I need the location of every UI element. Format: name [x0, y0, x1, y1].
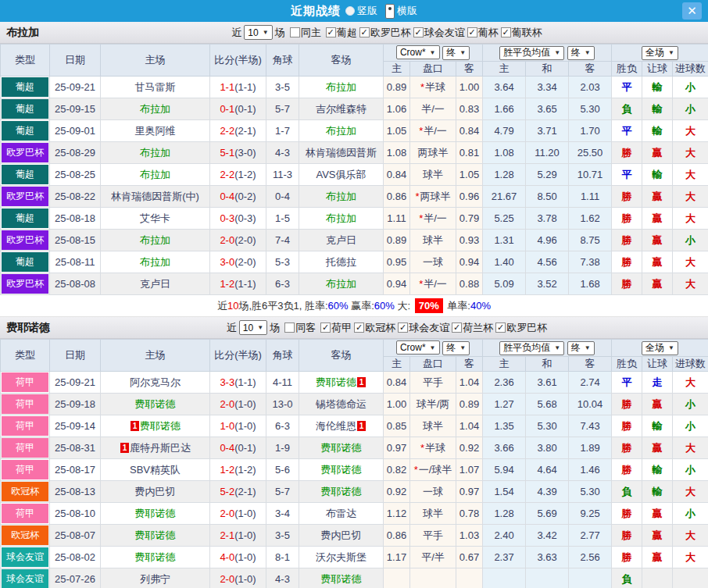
league-filter-checkbox[interactable]: ✓欧罗巴杯	[359, 26, 411, 40]
recent-count-select[interactable]: 10 ▼	[244, 25, 272, 40]
date-cell: 25-09-14	[50, 415, 101, 437]
match-row: 欧罗巴杯25-08-08克卢日1-2(1-1)6-3布拉加0.94*半/一0.8…	[1, 273, 708, 295]
avg-away-cell: 8.75	[569, 230, 612, 251]
odds-final-select[interactable]: 终▼	[442, 46, 470, 60]
league-filter-checkbox[interactable]: ✓欧冠杯	[354, 321, 395, 335]
same-venue-checkbox[interactable]: 同客	[284, 321, 316, 335]
avg-draw-cell: 8.50	[526, 186, 569, 208]
chevron-down-icon: ▼	[554, 344, 560, 351]
section-header-bar: 布拉加 近 10 ▼ 场 同主 ✓葡超✓欧罗巴杯✓球会友谊✓葡杯✓葡联杯	[0, 22, 708, 44]
odds-away-cell: 0.94	[456, 251, 483, 273]
mean-select[interactable]: 胜平负均值▼	[499, 46, 564, 60]
home-team-cell: 艾华卡	[101, 208, 210, 230]
bookmaker-select[interactable]: Crow*▼	[396, 340, 440, 355]
corner-cell: 6-3	[266, 415, 299, 437]
corner-cell: 3-5	[266, 77, 299, 98]
fulltime-score: 0-4	[220, 191, 234, 202]
recent-count-select[interactable]: 10 ▼	[239, 320, 267, 335]
radio-horizontal-layout[interactable]: 横版	[385, 4, 417, 19]
mean-group-header: 胜平负均值▼ 终▼	[483, 45, 612, 62]
league-filter-checkbox[interactable]: ✓欧罗巴杯	[495, 321, 547, 335]
league-cell: 欧冠杯	[1, 481, 50, 503]
corner-cell: 1-5	[266, 208, 299, 230]
handicap-result-cell	[642, 568, 673, 588]
outcome-cell: 勝	[612, 525, 642, 547]
recent-prefix-label: 近	[227, 321, 237, 335]
subcol-mean-away: 客	[569, 357, 612, 372]
home-team-cell: 克卢日	[101, 273, 210, 295]
home-team-cell: 1鹿特丹斯巴达	[101, 437, 210, 459]
match-row: 球会友谊25-07-26列弗宁2-0(1-0)4-3费耶诺德負	[1, 568, 708, 588]
odds-home-cell: 0.86	[384, 525, 410, 547]
avg-draw-cell: 4.56	[526, 251, 569, 273]
odds-away-cell: 1.03	[456, 525, 483, 547]
mean-final-select[interactable]: 终▼	[567, 46, 595, 60]
scope-select[interactable]: 全场▼	[642, 341, 678, 355]
score-cell: 2-2(1-2)	[210, 164, 266, 186]
subcol-handicap-result: 让球	[642, 62, 673, 77]
avg-draw-cell: 3.42	[526, 525, 569, 547]
same-venue-checkbox[interactable]: 同主	[290, 26, 321, 40]
league-filter-checkbox[interactable]: ✓荷兰杯	[452, 321, 493, 335]
home-team-cell: 费内巴切	[101, 481, 210, 503]
scope-select[interactable]: 全场▼	[642, 46, 678, 60]
team-name: 鹿特丹斯巴达	[130, 442, 191, 454]
league-cell: 葡超	[1, 98, 50, 120]
chevron-down-icon: ▼	[430, 344, 436, 351]
avg-draw-cell: 3.65	[526, 98, 569, 120]
date-cell: 25-08-18	[50, 208, 101, 230]
halftime-score: (1-0)	[234, 573, 256, 585]
outcome-cell: 勝	[612, 251, 642, 273]
avg-away-cell: 2.77	[569, 525, 612, 547]
handicap-cell: 半/一	[410, 98, 456, 120]
mean-final-select[interactable]: 终▼	[567, 341, 595, 355]
league-filter-checkbox[interactable]: ✓葡杯	[467, 26, 499, 40]
league-filter-label: 欧罗巴杯	[370, 26, 411, 40]
league-filter-checkbox[interactable]: ✓球会友谊	[413, 26, 465, 40]
date-cell: 25-07-26	[50, 568, 101, 588]
radio-vertical-layout[interactable]: 竖版	[345, 4, 377, 18]
red-card-badge: 1	[357, 421, 366, 431]
odds-home-cell: 0.94	[384, 273, 410, 295]
team-name: 林肯瑞德因普斯	[306, 147, 377, 159]
recent-prefix-label: 近	[231, 26, 241, 40]
odds-away-cell: 0.92	[456, 437, 483, 459]
avg-away-cell: 2.74	[569, 372, 612, 394]
odds-away-cell: 0.83	[456, 98, 483, 120]
league-filter-checkbox[interactable]: ✓葡超	[326, 26, 357, 40]
handicap-result-cell: 贏	[642, 142, 673, 164]
handicap-text: 平/半	[421, 551, 445, 563]
odds-home-cell: 1.11	[384, 208, 410, 230]
goals-result-cell: 大	[673, 251, 708, 273]
odds-final-select[interactable]: 终▼	[442, 341, 470, 355]
fulltime-score: 0-3	[220, 212, 234, 224]
checkbox-icon: ✓	[452, 323, 462, 333]
team-name: 托德拉	[326, 256, 356, 268]
league-filter-checkbox[interactable]: ✓荷甲	[320, 321, 352, 335]
subcol-mean-draw: 和	[526, 357, 569, 372]
outcome-cell: 勝	[612, 415, 642, 437]
mean-select-value: 胜平负均值	[503, 341, 550, 355]
league-cell: 球会友谊	[1, 547, 50, 568]
bookmaker-select[interactable]: Crow*▼	[396, 45, 440, 59]
halftime-score: (0-1)	[234, 103, 256, 115]
handicap-cell: 球半	[410, 415, 456, 437]
outcome-cell: 勝	[612, 186, 642, 208]
scope-group-header: 全场▼	[612, 340, 708, 357]
fulltime-score: 2-0	[220, 234, 234, 246]
odds-away-cell: 0.81	[456, 142, 483, 164]
league-badge: 荷甲	[2, 394, 48, 414]
filter-bar: 近 10 ▼ 场 同主 ✓葡超✓欧罗巴杯✓球会友谊✓葡杯✓葡联杯	[231, 25, 542, 40]
col-header-date: 日期	[50, 340, 101, 372]
odds-home-cell: 0.92	[384, 481, 410, 503]
close-button[interactable]: ✕	[682, 2, 702, 20]
league-filter-checkbox[interactable]: ✓球会友谊	[398, 321, 449, 335]
fulltime-score: 1-1	[220, 81, 234, 93]
league-filter-checkbox[interactable]: ✓葡联杯	[501, 26, 542, 40]
halftime-score: (1-0)	[234, 398, 256, 410]
mean-select[interactable]: 胜平负均值▼	[499, 341, 564, 355]
subcol-odds-home: 主	[384, 357, 410, 372]
subcol-outcome: 胜负	[612, 62, 642, 77]
summary-part: 大:	[395, 300, 413, 312]
goals-result-cell: 大	[673, 437, 708, 459]
